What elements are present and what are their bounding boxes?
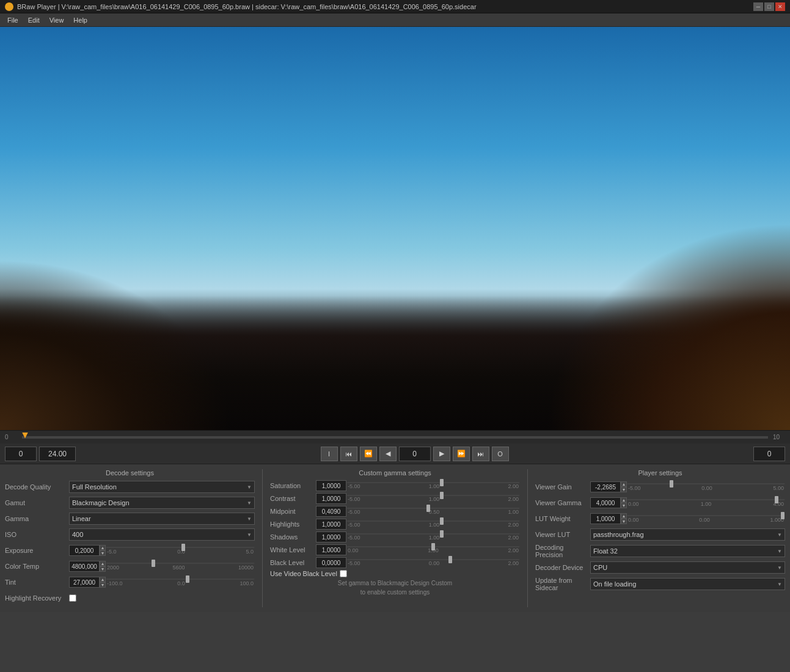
app-icon [5,2,13,11]
window-controls: ─ □ ✕ [753,2,785,11]
menu-edit[interactable]: Edit [23,15,45,25]
highlights-slider-labels: -5.00 1.00 2.00 [346,522,520,528]
highlights-label: Highlights [270,520,316,528]
white-level-slider[interactable] [346,546,520,547]
shadows-label: Shadows [270,533,316,541]
divider-2 [527,469,528,607]
minimize-button[interactable]: ─ [753,2,763,11]
viewer-gain-down[interactable]: ▼ [621,487,627,492]
viewer-lut-label: Viewer LUT [535,531,590,538]
tint-label: Tint [5,579,69,586]
timeline-track[interactable] [22,436,768,439]
viewer-gamma-row: Viewer Gamma 4,0000 ▲ ▼ 0.00 1.00 4.00 [535,496,785,509]
frame-counter-left[interactable]: 0 [5,447,37,461]
tint-slider-labels: -100.0 0.0 100.0 [106,580,255,586]
mark-out-button[interactable]: O [492,447,509,461]
gamut-label: Gamut [5,499,69,506]
menu-view[interactable]: View [45,15,69,25]
viewer-gamma-slider[interactable] [627,499,785,500]
decoding-precision-label: Decoding Precision [535,544,590,558]
highlight-recovery-checkbox[interactable] [69,594,76,602]
prev-frame-button[interactable]: ⏪ [360,447,377,461]
exposure-spinners: ▲ ▼ [100,545,106,556]
menu-file[interactable]: File [2,15,23,25]
tint-up[interactable]: ▲ [100,577,106,582]
tint-down[interactable]: ▼ [100,582,106,588]
window-title: BRaw Player | V:\raw_cam_files\braw\A016… [17,3,477,10]
color-temp-up[interactable]: ▲ [100,561,106,566]
gamma-row: Gamma Linear [5,512,255,525]
mark-in-button[interactable]: I [321,447,338,461]
saturation-value: 1,0000 [316,480,346,491]
frame-counter-mid[interactable]: 0 [399,447,431,461]
viewer-gain-up[interactable]: ▲ [621,481,627,487]
frame-counter-right[interactable]: 0 [753,447,785,461]
black-level-slider[interactable] [346,559,520,560]
lut-weight-up[interactable]: ▲ [621,513,627,519]
decoder-device-label: Decoder Device [535,564,590,571]
decoding-precision-row: Decoding Precision Float 32 [535,544,785,558]
viewer-gain-slider[interactable] [627,483,785,484]
gamma-dropdown[interactable]: Linear [69,513,255,525]
viewer-gamma-label: Viewer Gamma [535,499,590,506]
iso-dropdown[interactable]: 400 [69,528,255,541]
decoding-precision-dropdown[interactable]: Float 32 [590,545,785,557]
update-sidecar-dropdown[interactable]: On file loading [590,578,785,590]
white-level-row: White Level 1,0000 0.00 1.00 2.00 [270,544,520,555]
viewer-gamma-down[interactable]: ▼ [621,503,627,508]
use-video-black-label: Use Video Black Level [270,570,337,577]
decoder-device-dropdown[interactable]: CPU [590,561,785,574]
color-temp-row: Color Temp 4800,000 ▲ ▼ 2000 5600 10000 [5,560,255,573]
color-temp-slider[interactable] [106,563,255,564]
timeline-playhead[interactable] [22,433,28,439]
midpoint-slider[interactable] [346,508,520,509]
update-sidecar-dropdown-wrap: On file loading [590,578,785,590]
contrast-value: 1,0000 [316,493,346,504]
color-temp-label: Color Temp [5,563,69,570]
midpoint-slider-labels: -5.00 0.50 1.00 [346,509,520,515]
gamma-note-line2: to enable custom settings [270,589,520,596]
saturation-slider[interactable] [346,482,520,483]
viewer-gamma-up[interactable]: ▲ [621,497,627,503]
color-temp-value: 4800,000 [69,561,100,572]
menu-help[interactable]: Help [68,15,92,25]
maximize-button[interactable]: □ [764,2,774,11]
tint-slider-area: -100.0 0.0 100.0 [106,579,255,586]
next-frame-button[interactable]: ⏩ [453,447,470,461]
color-temp-down[interactable]: ▼ [100,566,106,572]
skip-start-button[interactable]: ⏮ [340,447,357,461]
shadows-slider[interactable] [346,533,520,535]
saturation-label: Saturation [270,482,316,489]
exposure-slider[interactable] [106,547,255,548]
close-button[interactable]: ✕ [775,2,785,11]
use-video-black-checkbox[interactable] [340,570,347,577]
black-level-slider-area: -5.00 0.00 2.00 [346,559,520,566]
play-button[interactable]: ▶ [433,447,450,461]
divider-1 [262,469,263,607]
timeline-start: 0 [5,434,17,440]
prev-button[interactable]: ◀ [379,447,397,461]
tint-slider[interactable] [106,579,255,580]
lut-weight-spinners: ▲ ▼ [621,513,627,524]
highlights-slider[interactable] [346,520,520,522]
title-bar: BRaw Player | V:\raw_cam_files\braw\A016… [0,0,790,13]
lut-weight-slider[interactable] [627,515,785,516]
contrast-slider[interactable] [346,495,520,496]
player-settings-title: Player settings [535,469,785,477]
viewer-gamma-spinners: ▲ ▼ [621,497,627,508]
contrast-slider-area: -5.00 1.00 2.00 [346,495,520,502]
exposure-up[interactable]: ▲ [100,545,106,550]
skip-end-button[interactable]: ⏭ [472,447,489,461]
gamut-dropdown[interactable]: Blackmagic Design [69,497,255,509]
viewer-gamma-slider-area: 0.00 1.00 4.00 [627,499,785,507]
lut-weight-down[interactable]: ▼ [621,519,627,524]
decode-quality-label: Decode Quality [5,483,69,491]
exposure-down[interactable]: ▼ [100,550,106,556]
viewer-lut-dropdown[interactable]: passthrough.frag [590,528,785,541]
highlights-value: 1,0000 [316,519,346,530]
decode-quality-dropdown[interactable]: Full Resolution [69,481,255,493]
midpoint-value: 0,4090 [316,506,346,517]
timeline[interactable]: 0 10 [0,430,790,444]
black-level-row: Black Level 0,0000 -5.00 0.00 2.00 [270,557,520,568]
decode-quality-row: Decode Quality Full Resolution [5,480,255,494]
